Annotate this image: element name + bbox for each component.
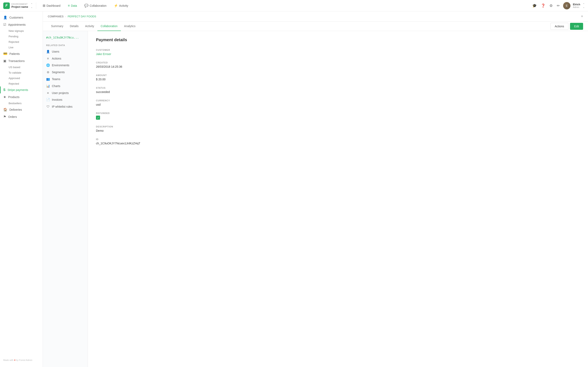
sidebar-item-customers[interactable]: 👤 Customers <box>0 14 43 21</box>
status-label: STATUS <box>96 87 580 89</box>
customer-value[interactable]: Jake Ernser <box>96 52 580 56</box>
tab-summary[interactable]: Summary <box>48 22 67 31</box>
settings-icon-btn[interactable]: ⚙ <box>549 3 553 9</box>
sidebar-sub-us-based[interactable]: US based <box>0 64 43 70</box>
sidebar-item-transactions[interactable]: ▣ Transactions <box>0 57 43 64</box>
tab-activity[interactable]: Activity <box>82 22 97 31</box>
sidebar-footer: Made with ♥ by Forest Admin <box>0 356 43 365</box>
field-refunded: REFUNDED ✓ <box>96 112 580 120</box>
heart-icon: ♥ <box>14 359 16 361</box>
nav-activity-label: Activity <box>119 4 128 7</box>
related-item-charts[interactable]: 📊 Charts <box>43 83 87 90</box>
tab-actions-area: Actions Edit <box>550 23 583 30</box>
sidebar-item-products[interactable]: ★ Products <box>0 93 43 100</box>
field-description: DESCRIPTION Demo <box>96 125 580 132</box>
nav-collaboration[interactable]: 💬 Collaboration <box>81 2 110 9</box>
env-project: Project name <box>11 5 28 8</box>
sidebar-item-stripe-payments[interactable]: S Stripe payments <box>0 86 43 93</box>
field-customer: CUSTOMER Jake Ernser <box>96 49 580 56</box>
user-role: Admin <box>573 6 580 8</box>
user-name: Elrich <box>573 3 580 6</box>
field-id: ID ch_1C9uOKJY7Ncuex1JnlKzZHqT <box>96 138 580 145</box>
nav-activity[interactable]: ⚡ Activity <box>111 2 131 9</box>
sidebar-sub-pending[interactable]: Pending <box>0 34 43 39</box>
currency-label: CURRENCY <box>96 99 580 102</box>
tabs-bar: Summary Details Activity Collaboration A… <box>43 22 588 31</box>
status-value: succeeded <box>96 90 580 94</box>
users-icon: 👤 <box>46 50 50 53</box>
related-item-user-projects[interactable]: ≡ User projects <box>43 90 87 96</box>
user-chevron-icon[interactable]: ⌃⌄ <box>583 3 585 8</box>
related-item-invoices[interactable]: 📄 Invoices <box>43 96 87 103</box>
user-info: Elrich Admin <box>573 3 580 8</box>
sidebar-sub-bestsellers[interactable]: Bestsellers <box>0 100 43 106</box>
avatar: E <box>563 2 571 9</box>
sidebar-sub-approved[interactable]: Approved <box>0 75 43 81</box>
edit-button[interactable]: Edit <box>570 23 583 30</box>
top-nav: F ENVIRONMENT Project name ⌃⌄ ⊞ Dashboar… <box>0 0 588 11</box>
related-label-segments: Segments <box>52 71 65 74</box>
env-chevron-icon: ⌃⌄ <box>31 3 33 8</box>
close-icon[interactable]: × <box>581 14 583 18</box>
related-label-actions: Actions <box>52 57 61 60</box>
environments-icon: 🌐 <box>46 63 50 67</box>
related-item-environments[interactable]: 🌐 Environments <box>43 62 87 69</box>
sidebar-item-appointments[interactable]: ☑ Appointments <box>0 21 43 28</box>
panel-title: Payment details <box>96 38 580 42</box>
sidebar-label-appointments: Appointments <box>8 23 26 26</box>
main-content: COMPANIES › PERFECT DAY FOODS × Summary … <box>43 11 588 367</box>
sidebar: 👤 Customers ☑ Appointments New signups P… <box>0 11 43 367</box>
env-selector[interactable]: F ENVIRONMENT Project name ⌃⌄ <box>3 2 36 9</box>
orders-icon: ⚑ <box>3 115 6 119</box>
customer-label: CUSTOMER <box>96 49 580 51</box>
ip-whitelist-icon: 🛡 <box>46 105 50 108</box>
patients-icon: 💳 <box>3 52 7 56</box>
field-amount: AMOUNT $ 20.00 <box>96 74 580 81</box>
sidebar-label-stripe: Stripe payments <box>8 88 28 92</box>
related-item-teams[interactable]: 👥 Teams <box>43 76 87 83</box>
sidebar-item-deliveries[interactable]: 🏠 Deliveries <box>0 106 43 113</box>
graduation-icon-btn[interactable]: 🎓 <box>531 3 537 9</box>
sidebar-sub-rejected-appt[interactable]: Rejected <box>0 39 43 45</box>
channel-id[interactable]: #ch_1C9uOKJY7Ncu... <box>43 34 87 42</box>
sidebar-label-transactions: Transactions <box>8 59 25 63</box>
nav-data[interactable]: ≡ Data <box>65 2 80 9</box>
content-area: #ch_1C9uOKJY7Ncu... RELATED DATA 👤 Users… <box>43 31 588 367</box>
refunded-checkbox: ✓ <box>96 116 100 120</box>
nav-dashboard[interactable]: ⊞ Dashboard <box>39 2 64 9</box>
sidebar-sub-to-validate[interactable]: To validate <box>0 70 43 75</box>
id-value: ch_1C9uOKJY7Ncuex1JnlKzZHqT <box>96 142 580 145</box>
breadcrumb: COMPANIES › PERFECT DAY FOODS × <box>43 11 588 22</box>
related-label-environments: Environments <box>52 64 69 67</box>
related-label-ip-whitelist: IP whitelist rules <box>52 105 72 108</box>
field-status: STATUS succeeded <box>96 87 580 94</box>
sidebar-item-patients[interactable]: 💳 Patients <box>0 50 43 57</box>
related-label-charts: Charts <box>52 84 60 88</box>
nav-links: ⊞ Dashboard ≡ Data 💬 Collaboration ⚡ Act… <box>36 2 531 9</box>
help-icon-btn[interactable]: ❓ <box>540 3 546 9</box>
charts-icon: 📊 <box>46 84 50 88</box>
related-item-users[interactable]: 👤 Users <box>43 48 87 55</box>
created-label: CREATED <box>96 61 580 64</box>
sidebar-sub-live[interactable]: Live <box>0 45 43 50</box>
tab-details[interactable]: Details <box>67 22 82 31</box>
sidebar-label-patients: Patients <box>9 52 20 55</box>
field-currency: CURRENCY usd <box>96 99 580 106</box>
related-label-teams: Teams <box>52 77 60 81</box>
related-item-ip-whitelist[interactable]: 🛡 IP whitelist rules <box>43 103 87 110</box>
sidebar-sub-new-signups[interactable]: New signups <box>0 28 43 34</box>
related-label-invoices: Invoices <box>52 98 62 101</box>
breadcrumb-parent[interactable]: COMPANIES <box>48 15 63 18</box>
related-item-actions[interactable]: ≡ Actions <box>43 55 87 62</box>
tab-analytics[interactable]: Analytics <box>121 22 139 31</box>
actions-button[interactable]: Actions <box>550 23 568 30</box>
sidebar-item-orders[interactable]: ⚑ Orders <box>0 113 43 120</box>
nav-actions: 🎓 ❓ ⚙ ✏ E Elrich Admin ⌃⌄ <box>531 2 585 9</box>
sidebar-sub-rejected-trans[interactable]: Rejected <box>0 81 43 86</box>
tab-collaboration[interactable]: Collaboration <box>97 22 121 31</box>
related-data-label: RELATED DATA <box>43 42 87 48</box>
segments-icon: ⊜ <box>46 70 50 74</box>
edit-icon-btn[interactable]: ✏ <box>556 3 561 9</box>
data-icon: ≡ <box>68 4 70 8</box>
related-item-segments[interactable]: ⊜ Segments <box>43 69 87 76</box>
